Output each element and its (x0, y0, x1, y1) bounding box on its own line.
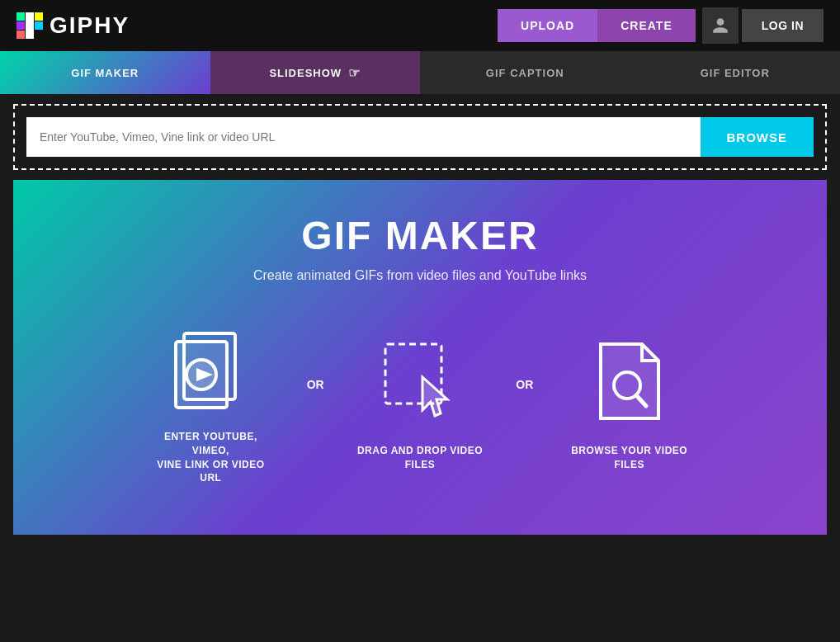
login-button[interactable]: LOG IN (742, 9, 823, 42)
tabs-bar: GIF MAKER SLIDESHOW ☞ GIF CAPTION GIF ED… (0, 51, 840, 94)
tab-gif-maker[interactable]: GIF MAKER (0, 51, 210, 94)
drag-drop-icon (381, 340, 460, 427)
giphy-logo-icon (17, 12, 43, 39)
url-input-row: BROWSE (26, 117, 814, 157)
header-right: UPLOAD CREATE LOG IN (498, 7, 823, 44)
step2-block: DRAG AND DROP VIDEO FILES (341, 338, 500, 472)
url-input[interactable] (26, 117, 701, 157)
step1-block: ENTER YOUTUBE, VIMEO, VINE LINK OR VIDEO… (131, 324, 290, 485)
upload-button[interactable]: UPLOAD (498, 9, 597, 42)
or-divider-1: OR (307, 378, 324, 391)
user-icon (711, 17, 729, 35)
browse-file-icon (592, 340, 667, 427)
step3-icon-wrap (584, 338, 675, 429)
tab-gif-editor[interactable]: GIF EDITOR (630, 51, 841, 94)
svg-rect-0 (17, 12, 25, 21)
or-divider-2: OR (516, 378, 533, 391)
feature-icons-row: ENTER YOUTUBE, VIMEO, VINE LINK OR VIDEO… (131, 324, 709, 485)
cursor-indicator: ☞ (348, 65, 361, 81)
svg-rect-2 (17, 31, 25, 39)
header: GIPHY UPLOAD CREATE LOG IN (0, 0, 840, 51)
tab-slideshow[interactable]: SLIDESHOW ☞ (210, 51, 421, 94)
svg-rect-1 (17, 21, 25, 30)
tab-gif-caption[interactable]: GIF CAPTION (420, 51, 630, 94)
step2-label: DRAG AND DROP VIDEO FILES (357, 444, 483, 472)
gif-maker-title: GIF MAKER (301, 213, 538, 258)
logo-area: GIPHY (17, 12, 130, 39)
step1-label: ENTER YOUTUBE, VIMEO, VINE LINK OR VIDEO… (144, 430, 276, 485)
video-file-icon (169, 327, 252, 413)
step1-icon-wrap (165, 324, 256, 415)
upload-drop-area: BROWSE (13, 104, 827, 170)
user-icon-button[interactable] (702, 7, 739, 44)
main-content-area: GIF MAKER Create animated GIFs from vide… (13, 180, 827, 535)
step3-block: BROWSE YOUR VIDEO FILES (550, 338, 709, 472)
gif-maker-subtitle: Create animated GIFs from video files an… (253, 268, 587, 283)
giphy-logo-text: GIPHY (50, 12, 130, 39)
svg-rect-4 (35, 12, 43, 21)
svg-rect-3 (26, 12, 34, 39)
browse-button[interactable]: BROWSE (701, 117, 814, 157)
svg-rect-5 (35, 21, 43, 30)
create-button[interactable]: CREATE (597, 9, 696, 42)
svg-marker-11 (422, 377, 447, 416)
step3-label: BROWSE YOUR VIDEO FILES (564, 444, 696, 472)
step2-icon-wrap (375, 338, 465, 429)
